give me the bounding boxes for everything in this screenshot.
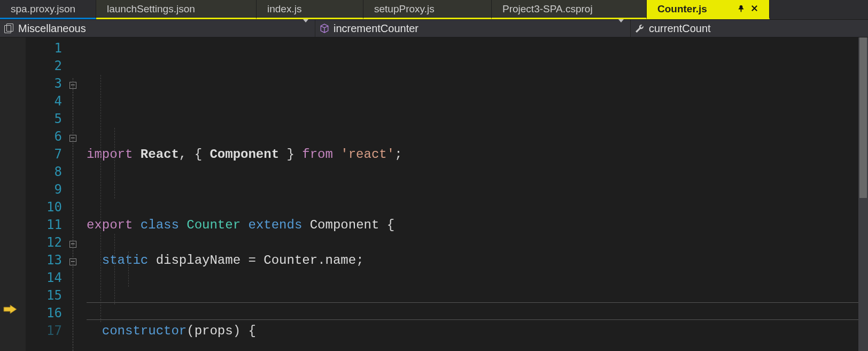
navigation-bar: Miscellaneous incrementCounter currentCo… bbox=[0, 19, 868, 37]
line-number: 12 bbox=[26, 234, 62, 251]
wrench-icon bbox=[635, 24, 645, 33]
tab-label: index.js bbox=[267, 3, 301, 15]
tab-launch-settings[interactable]: launchSettings.json bbox=[96, 0, 257, 19]
fold-column[interactable]: − − − − bbox=[69, 37, 87, 351]
tab-label: Counter.js bbox=[657, 3, 707, 15]
code-editor[interactable]: 1 2 3 4 5 6 7 8 9 10 11 12 13 14 15 16 1… bbox=[0, 37, 868, 351]
tab-index-js[interactable]: index.js bbox=[257, 0, 363, 19]
member-dropdown[interactable]: incrementCounter bbox=[315, 20, 631, 37]
code-line: import React, { Component } from 'react'… bbox=[87, 146, 868, 163]
chevron-down-icon bbox=[618, 19, 624, 34]
tab-counter-js[interactable]: Counter.js bbox=[647, 0, 770, 19]
line-number: 2 bbox=[26, 57, 62, 75]
line-number: 10 bbox=[26, 199, 62, 216]
code-area[interactable]: import React, { Component } from 'react'… bbox=[87, 37, 868, 351]
code-line: export class Counter extends Component { bbox=[87, 216, 868, 234]
tab-label: launchSettings.json bbox=[107, 3, 195, 15]
line-number: 4 bbox=[26, 93, 62, 110]
tab-csproj[interactable]: Project3-SPA.csproj bbox=[492, 0, 647, 19]
line-number: 6 bbox=[26, 128, 62, 146]
vertical-scrollbar[interactable] bbox=[858, 37, 868, 351]
line-number: 8 bbox=[26, 163, 62, 181]
line-number: 7 bbox=[26, 146, 62, 163]
line-number: 9 bbox=[26, 181, 62, 199]
tab-spa-proxy[interactable]: spa.proxy.json bbox=[0, 0, 96, 19]
method-icon bbox=[320, 24, 329, 33]
line-number: 5 bbox=[26, 110, 62, 128]
line-number: 16 bbox=[26, 304, 62, 322]
close-icon[interactable] bbox=[750, 3, 758, 15]
tab-label: setupProxy.js bbox=[374, 3, 435, 15]
glyph-margin[interactable] bbox=[0, 37, 26, 351]
line-number: 17 bbox=[26, 322, 62, 340]
code-line bbox=[87, 181, 868, 199]
member-label: incrementCounter bbox=[334, 22, 418, 35]
tab-label: spa.proxy.json bbox=[11, 3, 75, 15]
scope-dropdown[interactable]: Miscellaneous bbox=[0, 20, 315, 37]
line-number: 15 bbox=[26, 287, 62, 304]
tab-bar: spa.proxy.json launchSettings.json index… bbox=[0, 0, 868, 19]
files-icon bbox=[4, 24, 14, 33]
line-number: 1 bbox=[26, 40, 62, 57]
pin-icon[interactable] bbox=[737, 3, 745, 15]
scope-label: Miscellaneous bbox=[18, 22, 86, 35]
code-line: constructor(props) { bbox=[87, 322, 868, 340]
line-number: 11 bbox=[26, 216, 62, 234]
scrollbar-thumb[interactable] bbox=[859, 37, 867, 198]
field-label: currentCount bbox=[649, 22, 711, 35]
field-dropdown[interactable]: currentCount bbox=[631, 20, 868, 37]
line-numbers: 1 2 3 4 5 6 7 8 9 10 11 12 13 14 15 16 1… bbox=[26, 37, 69, 351]
current-statement-arrow[interactable] bbox=[3, 304, 13, 314]
tab-setup-proxy[interactable]: setupProxy.js bbox=[363, 0, 492, 19]
code-line: static displayName = Counter.name; bbox=[87, 251, 868, 269]
chevron-down-icon bbox=[303, 19, 308, 34]
line-number: 14 bbox=[26, 269, 62, 287]
line-number: 13 bbox=[26, 251, 62, 269]
tab-label: Project3-SPA.csproj bbox=[502, 3, 593, 15]
current-line-highlight bbox=[87, 302, 868, 320]
line-number: 3 bbox=[26, 75, 62, 93]
